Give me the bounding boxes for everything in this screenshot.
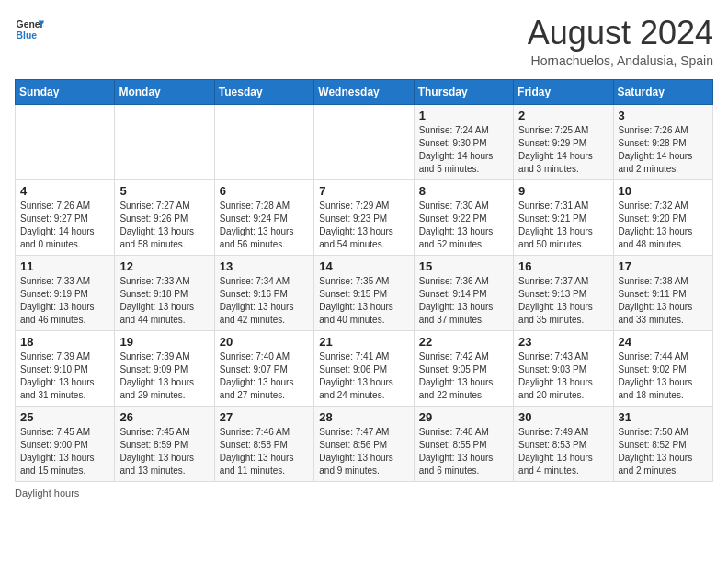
calendar-cell: 20Sunrise: 7:40 AM Sunset: 9:07 PM Dayli… [214, 330, 313, 406]
day-info: Sunrise: 7:26 AM Sunset: 9:28 PM Dayligh… [619, 124, 708, 176]
day-number: 4 [20, 184, 109, 198]
calendar-cell: 31Sunrise: 7:50 AM Sunset: 8:52 PM Dayli… [613, 406, 712, 481]
day-info: Sunrise: 7:33 AM Sunset: 9:18 PM Dayligh… [119, 275, 209, 327]
calendar-cell: 4Sunrise: 7:26 AM Sunset: 9:27 PM Daylig… [16, 179, 115, 255]
calendar-cell: 15Sunrise: 7:36 AM Sunset: 9:14 PM Dayli… [414, 255, 513, 330]
svg-text:Blue: Blue [17, 30, 38, 40]
day-info: Sunrise: 7:50 AM Sunset: 8:52 PM Dayligh… [619, 426, 708, 477]
day-info: Sunrise: 7:47 AM Sunset: 8:56 PM Dayligh… [319, 426, 408, 477]
day-number: 12 [119, 259, 209, 273]
day-info: Sunrise: 7:28 AM Sunset: 9:24 PM Dayligh… [220, 200, 309, 251]
day-number: 13 [220, 259, 309, 273]
day-info: Sunrise: 7:39 AM Sunset: 9:09 PM Dayligh… [119, 350, 209, 402]
calendar-cell: 12Sunrise: 7:33 AM Sunset: 9:18 PM Dayli… [115, 255, 214, 330]
calendar-week-row: 1Sunrise: 7:24 AM Sunset: 9:30 PM Daylig… [16, 104, 713, 179]
weekday-header: Friday [514, 79, 613, 104]
day-info: Sunrise: 7:43 AM Sunset: 9:03 PM Dayligh… [518, 350, 608, 402]
day-info: Sunrise: 7:39 AM Sunset: 9:10 PM Dayligh… [20, 350, 109, 402]
day-number: 1 [419, 109, 508, 122]
day-number: 31 [619, 410, 708, 424]
day-number: 16 [518, 259, 608, 273]
day-number: 14 [319, 259, 408, 273]
day-info: Sunrise: 7:44 AM Sunset: 9:02 PM Dayligh… [619, 350, 708, 402]
calendar-cell: 18Sunrise: 7:39 AM Sunset: 9:10 PM Dayli… [16, 330, 115, 406]
calendar-cell: 11Sunrise: 7:33 AM Sunset: 9:19 PM Dayli… [16, 255, 115, 330]
calendar-cell: 1Sunrise: 7:24 AM Sunset: 9:30 PM Daylig… [414, 104, 513, 179]
day-info: Sunrise: 7:48 AM Sunset: 8:55 PM Dayligh… [419, 426, 508, 477]
calendar-table: SundayMondayTuesdayWednesdayThursdayFrid… [15, 79, 713, 482]
day-number: 25 [20, 410, 109, 424]
calendar-cell: 3Sunrise: 7:26 AM Sunset: 9:28 PM Daylig… [613, 104, 712, 179]
calendar-cell: 9Sunrise: 7:31 AM Sunset: 9:21 PM Daylig… [514, 179, 613, 255]
day-number: 15 [419, 259, 508, 273]
day-info: Sunrise: 7:33 AM Sunset: 9:19 PM Dayligh… [20, 275, 109, 327]
day-info: Sunrise: 7:45 AM Sunset: 8:59 PM Dayligh… [119, 426, 209, 477]
logo: General Blue [15, 15, 44, 44]
calendar-cell: 24Sunrise: 7:44 AM Sunset: 9:02 PM Dayli… [613, 330, 712, 406]
day-info: Sunrise: 7:36 AM Sunset: 9:14 PM Dayligh… [419, 275, 508, 327]
calendar-cell: 28Sunrise: 7:47 AM Sunset: 8:56 PM Dayli… [314, 406, 414, 481]
weekday-header: Monday [115, 79, 214, 104]
calendar-week-row: 25Sunrise: 7:45 AM Sunset: 9:00 PM Dayli… [16, 406, 713, 481]
day-info: Sunrise: 7:45 AM Sunset: 9:00 PM Dayligh… [20, 426, 109, 477]
day-number: 2 [518, 109, 608, 122]
calendar-cell: 25Sunrise: 7:45 AM Sunset: 9:00 PM Dayli… [16, 406, 115, 481]
weekday-header: Saturday [613, 79, 712, 104]
day-number: 28 [319, 410, 408, 424]
day-info: Sunrise: 7:41 AM Sunset: 9:06 PM Dayligh… [319, 350, 408, 402]
day-info: Sunrise: 7:34 AM Sunset: 9:16 PM Dayligh… [220, 275, 309, 327]
day-info: Sunrise: 7:40 AM Sunset: 9:07 PM Dayligh… [220, 350, 309, 402]
day-number: 18 [20, 335, 109, 349]
calendar-cell [16, 104, 115, 179]
calendar-cell: 10Sunrise: 7:32 AM Sunset: 9:20 PM Dayli… [613, 179, 712, 255]
day-number: 23 [518, 335, 608, 349]
calendar-cell: 2Sunrise: 7:25 AM Sunset: 9:29 PM Daylig… [514, 104, 613, 179]
day-number: 3 [619, 109, 708, 122]
calendar-cell: 27Sunrise: 7:46 AM Sunset: 8:58 PM Dayli… [214, 406, 313, 481]
calendar-cell [115, 104, 214, 179]
calendar-header-row: SundayMondayTuesdayWednesdayThursdayFrid… [16, 79, 713, 104]
day-number: 24 [619, 335, 708, 349]
day-info: Sunrise: 7:35 AM Sunset: 9:15 PM Dayligh… [319, 275, 408, 327]
day-info: Sunrise: 7:38 AM Sunset: 9:11 PM Dayligh… [619, 275, 708, 327]
calendar-week-row: 18Sunrise: 7:39 AM Sunset: 9:10 PM Dayli… [16, 330, 713, 406]
calendar-cell [314, 104, 414, 179]
subtitle: Hornachuelos, Andalusia, Spain [528, 53, 713, 68]
day-number: 22 [419, 335, 508, 349]
calendar-week-row: 4Sunrise: 7:26 AM Sunset: 9:27 PM Daylig… [16, 179, 713, 255]
day-info: Sunrise: 7:29 AM Sunset: 9:23 PM Dayligh… [319, 200, 408, 251]
calendar-cell: 29Sunrise: 7:48 AM Sunset: 8:55 PM Dayli… [414, 406, 513, 481]
day-number: 29 [419, 410, 508, 424]
weekday-header: Sunday [16, 79, 115, 104]
calendar-cell: 26Sunrise: 7:45 AM Sunset: 8:59 PM Dayli… [115, 406, 214, 481]
weekday-header: Thursday [414, 79, 513, 104]
calendar-cell: 13Sunrise: 7:34 AM Sunset: 9:16 PM Dayli… [214, 255, 313, 330]
calendar-cell: 30Sunrise: 7:49 AM Sunset: 8:53 PM Dayli… [514, 406, 613, 481]
page-header: General Blue August 2024 Hornachuelos, A… [15, 15, 713, 68]
day-info: Sunrise: 7:30 AM Sunset: 9:22 PM Dayligh… [419, 200, 508, 251]
calendar-cell: 5Sunrise: 7:27 AM Sunset: 9:26 PM Daylig… [115, 179, 214, 255]
day-number: 6 [220, 184, 309, 198]
main-title: August 2024 [528, 15, 713, 52]
footer-note: Daylight hours [15, 488, 713, 499]
calendar-cell: 7Sunrise: 7:29 AM Sunset: 9:23 PM Daylig… [314, 179, 414, 255]
calendar-cell: 16Sunrise: 7:37 AM Sunset: 9:13 PM Dayli… [514, 255, 613, 330]
day-number: 21 [319, 335, 408, 349]
weekday-header: Tuesday [214, 79, 313, 104]
day-info: Sunrise: 7:31 AM Sunset: 9:21 PM Dayligh… [518, 200, 608, 251]
day-info: Sunrise: 7:27 AM Sunset: 9:26 PM Dayligh… [119, 200, 209, 251]
day-number: 27 [220, 410, 309, 424]
day-number: 19 [119, 335, 209, 349]
calendar-week-row: 11Sunrise: 7:33 AM Sunset: 9:19 PM Dayli… [16, 255, 713, 330]
day-info: Sunrise: 7:26 AM Sunset: 9:27 PM Dayligh… [20, 200, 109, 251]
day-info: Sunrise: 7:37 AM Sunset: 9:13 PM Dayligh… [518, 275, 608, 327]
day-number: 20 [220, 335, 309, 349]
calendar-cell: 17Sunrise: 7:38 AM Sunset: 9:11 PM Dayli… [613, 255, 712, 330]
calendar-cell: 6Sunrise: 7:28 AM Sunset: 9:24 PM Daylig… [214, 179, 313, 255]
day-number: 10 [619, 184, 708, 198]
day-info: Sunrise: 7:42 AM Sunset: 9:05 PM Dayligh… [419, 350, 508, 402]
day-number: 7 [319, 184, 408, 198]
calendar-cell: 21Sunrise: 7:41 AM Sunset: 9:06 PM Dayli… [314, 330, 414, 406]
calendar-cell: 22Sunrise: 7:42 AM Sunset: 9:05 PM Dayli… [414, 330, 513, 406]
logo-icon: General Blue [15, 15, 44, 44]
